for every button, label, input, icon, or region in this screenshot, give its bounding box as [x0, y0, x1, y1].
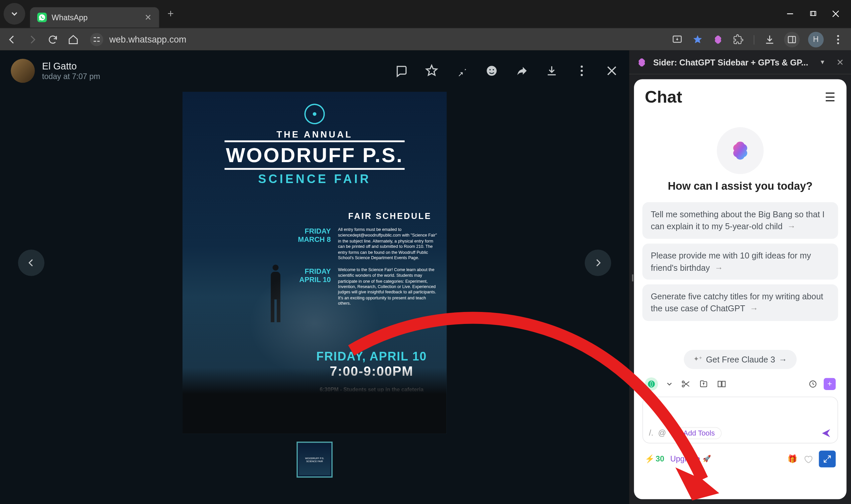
panel-resize-handle[interactable]: || — [631, 273, 633, 282]
star-icon[interactable] — [425, 64, 439, 77]
sender-name: El Gatto — [42, 61, 100, 72]
prev-image-button[interactable] — [18, 250, 44, 276]
svg-rect-8 — [788, 36, 796, 42]
close-viewer-icon[interactable] — [605, 64, 618, 77]
minimize-icon[interactable] — [785, 9, 795, 19]
chat-menu-icon[interactable]: ☰ — [825, 90, 836, 104]
chat-heading: Chat — [645, 88, 682, 107]
svg-rect-5 — [94, 40, 96, 41]
slash-commands-icon[interactable]: /. — [649, 429, 653, 437]
svg-point-12 — [837, 42, 839, 44]
gift-icon[interactable]: 🎁 — [787, 454, 797, 464]
sidepanel-icon[interactable] — [784, 32, 800, 47]
svg-rect-4 — [97, 37, 100, 38]
tab-close-icon[interactable]: ✕ — [145, 13, 152, 22]
claude-pill[interactable]: ✦⁺ Get Free Claude 3 → — [684, 350, 797, 369]
site-settings-icon[interactable] — [90, 33, 103, 46]
back-icon[interactable] — [6, 33, 18, 45]
svg-point-19 — [648, 380, 655, 388]
home-icon[interactable] — [67, 33, 79, 45]
forward-icon[interactable] — [26, 33, 38, 45]
add-tools-button[interactable]: + Add Tools — [671, 427, 721, 439]
poster-big-date: FRIDAY, APRIL 10 — [306, 349, 437, 363]
send-icon[interactable] — [821, 428, 832, 438]
poster-pretitle: THE ANNUAL — [192, 129, 437, 139]
bookmark-star-icon[interactable] — [691, 33, 704, 45]
chat-panel: Chat ☰ How can I assist you today? Tell … — [634, 79, 846, 499]
credits-count: 30 — [656, 454, 664, 464]
downloads-icon[interactable] — [764, 33, 776, 45]
sender-avatar[interactable] — [11, 59, 35, 83]
arrow-icon: → — [787, 221, 796, 231]
thumbnail-strip: WOODRUFF P.S.SCIENCE FAIR — [0, 437, 629, 484]
pin-icon[interactable] — [455, 64, 468, 77]
thumbnail[interactable]: WOODRUFF P.S.SCIENCE FAIR — [297, 442, 333, 478]
sidebar-close-icon[interactable]: ✕ — [836, 57, 844, 68]
browser-menu-icon[interactable] — [832, 33, 844, 45]
svg-point-18 — [581, 74, 583, 76]
assist-prompt: How can I assist you today? — [634, 180, 846, 202]
address-bar[interactable]: web.whatsapp.com — [90, 30, 663, 48]
browser-tab[interactable]: WhatsApp ✕ — [30, 7, 159, 28]
mention-icon[interactable]: @ — [658, 429, 666, 437]
download-icon[interactable] — [545, 64, 559, 77]
poster-title: WOODRUFF P.S. — [224, 141, 405, 170]
new-chat-icon[interactable]: + — [824, 378, 836, 390]
suggestion-item[interactable]: Please provide me with 10 gift ideas for… — [642, 244, 838, 280]
svg-rect-1 — [810, 11, 814, 15]
poster-subtitle: SCIENCE FAIR — [192, 172, 437, 186]
scissors-icon[interactable] — [681, 379, 690, 389]
emoji-icon[interactable] — [485, 64, 498, 77]
tab-search-dropdown[interactable] — [4, 3, 25, 24]
sider-logo-icon — [636, 57, 647, 68]
poster-figure — [261, 272, 290, 344]
tab-title: WhatsApp — [52, 13, 140, 22]
svg-rect-3 — [94, 37, 96, 38]
upload-file-icon[interactable] — [699, 379, 708, 389]
sider-extension-icon[interactable] — [712, 33, 724, 45]
profile-avatar[interactable]: H — [808, 32, 824, 47]
close-window-icon[interactable] — [831, 9, 841, 19]
sender-timestamp: today at 7:07 pm — [42, 72, 100, 81]
suggestion-item[interactable]: Generate five catchy titles for my writi… — [642, 284, 838, 321]
chat-input[interactable]: /. @ + Add Tools — [642, 396, 838, 443]
forward-icon[interactable] — [515, 64, 529, 77]
reload-icon[interactable] — [47, 33, 59, 45]
heart-icon[interactable] — [803, 454, 813, 464]
reply-icon[interactable] — [395, 64, 408, 77]
poster-desc2: Welcome to the Science Fair! Come learn … — [338, 267, 437, 306]
sidebar-title: Sider: ChatGPT Sidebar + GPTs & GP... — [653, 57, 813, 67]
whatsapp-icon — [37, 13, 47, 22]
svg-rect-2 — [812, 11, 816, 15]
next-image-button[interactable] — [585, 250, 611, 276]
expand-icon[interactable] — [819, 451, 836, 467]
svg-point-15 — [493, 69, 494, 70]
credits-icon: ⚡ — [645, 454, 655, 464]
svg-point-13 — [487, 66, 497, 76]
more-menu-icon[interactable] — [575, 64, 588, 77]
browser-toolbar: web.whatsapp.com | H — [0, 28, 851, 51]
image-viewer: El Gatto today at 7:07 pm THE ANNUAL WOO… — [0, 51, 629, 504]
book-icon[interactable] — [717, 379, 726, 389]
svg-rect-6 — [97, 40, 100, 41]
svg-point-17 — [581, 70, 583, 72]
arrow-icon: → — [715, 263, 723, 272]
maximize-icon[interactable] — [808, 9, 818, 19]
svg-point-10 — [837, 35, 839, 37]
assistant-logo — [717, 127, 764, 174]
rocket-icon: 🚀 — [703, 455, 711, 463]
media-image[interactable]: THE ANNUAL WOODRUFF P.S. SCIENCE FAIR FA… — [182, 92, 447, 434]
suggestion-item[interactable]: Tell me something about the Big Bang so … — [642, 202, 838, 238]
model-selector[interactable] — [645, 377, 658, 391]
browser-titlebar: WhatsApp ✕ + — [0, 0, 851, 28]
upgrade-link[interactable]: Upgrade — [670, 454, 700, 464]
install-app-icon[interactable] — [671, 33, 683, 45]
atom-icon — [304, 104, 325, 124]
window-controls — [785, 9, 851, 19]
extensions-icon[interactable] — [732, 33, 744, 45]
model-chevron-icon[interactable] — [667, 381, 673, 387]
new-tab-button[interactable]: + — [167, 7, 174, 20]
sidebar-dropdown-icon[interactable]: ▼ — [819, 59, 826, 66]
svg-point-11 — [837, 38, 839, 40]
history-icon[interactable] — [808, 379, 818, 389]
